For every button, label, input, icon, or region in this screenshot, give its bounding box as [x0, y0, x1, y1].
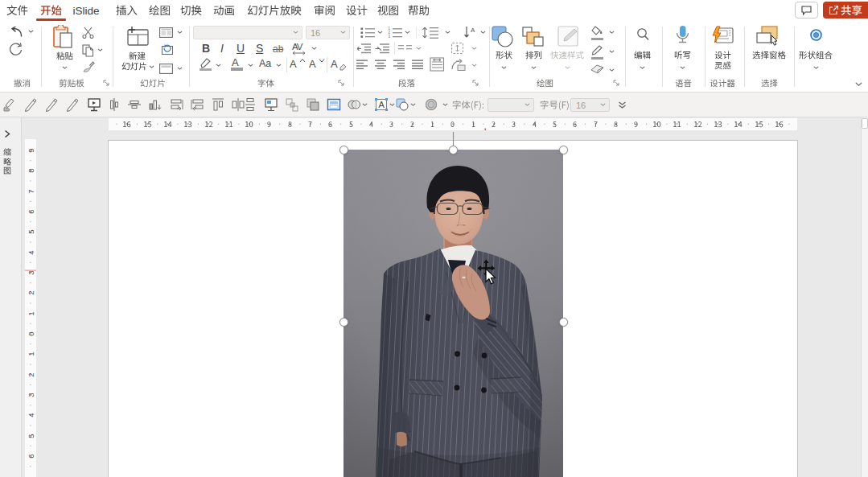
svg-text:8: 8	[27, 169, 35, 173]
svg-text:1: 1	[27, 352, 35, 356]
svg-text:0: 0	[27, 331, 35, 335]
svg-text:5: 5	[27, 434, 35, 438]
svg-text:4: 4	[27, 250, 35, 254]
svg-text:A: A	[379, 100, 385, 109]
svg-text:3: 3	[27, 270, 35, 274]
svg-text:6: 6	[27, 454, 35, 458]
svg-text:6: 6	[27, 209, 35, 213]
svg-text:1: 1	[27, 311, 35, 315]
svg-text:2: 2	[27, 372, 35, 376]
svg-text:5: 5	[27, 230, 35, 234]
svg-text:3: 3	[389, 35, 391, 39]
svg-text:4: 4	[27, 413, 35, 417]
svg-text:2: 2	[27, 291, 35, 295]
svg-text:A: A	[471, 27, 475, 34]
svg-text:7: 7	[27, 189, 35, 193]
svg-text:9: 9	[27, 148, 35, 152]
svg-text:3: 3	[27, 393, 35, 397]
